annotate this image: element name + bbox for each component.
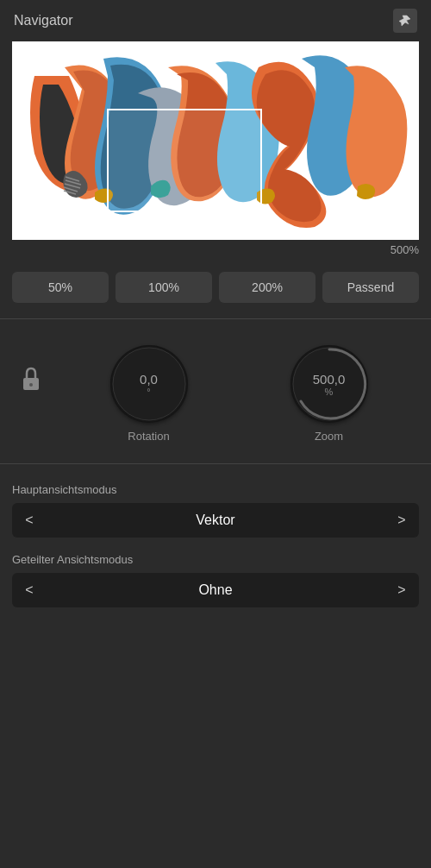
split-view-mode-section: Geteilter Ansichtsmodus < Ohne > [0,544,431,614]
main-view-mode-next-button[interactable]: > [384,503,419,538]
zoom-knob-item: 500,0 % Zoom [239,345,419,443]
rotation-unit: ° [147,387,150,397]
main-view-mode-title: Hauptansichtsmodus [12,483,419,496]
zoom-fit-button[interactable]: Passend [322,272,419,303]
panel-header: Navigator [0,0,431,41]
zoom-buttons-row: 50% 100% 200% Passend [0,265,431,310]
rotation-label: Rotation [128,430,169,443]
main-view-mode-section: Hauptansichtsmodus < Vektor > [0,473,431,544]
navigator-preview[interactable] [12,41,419,240]
artwork-preview-svg [12,41,419,240]
knob-section: 0,0 ° Rotation 500,0 % Zoom [0,328,431,455]
zoom-50-button[interactable]: 50% [12,272,109,303]
divider-2 [0,463,431,464]
main-view-mode-value: Vektor [47,513,384,528]
zoom-200-button[interactable]: 200% [219,272,315,303]
zoom-100-button[interactable]: 100% [116,272,212,303]
zoom-knob-label: Zoom [315,430,343,443]
split-view-mode-control: < Ohne > [12,573,419,607]
split-view-mode-title: Geteilter Ansichtsmodus [12,553,419,566]
rotation-value: 0,0 [140,372,158,387]
zoom-knob[interactable]: 500,0 % [290,345,368,423]
lock-icon [21,366,41,397]
pin-icon [398,14,412,28]
divider-1 [0,318,431,319]
zoom-percentage: 500% [0,240,431,265]
zoom-knob-unit: % [325,387,334,397]
main-view-mode-prev-button[interactable]: < [12,503,47,538]
panel-title: Navigator [14,13,72,28]
zoom-knob-value: 500,0 [313,372,346,387]
main-view-mode-control: < Vektor > [12,503,419,538]
split-view-mode-value: Ohne [47,582,384,598]
lock-icon-wrapper [12,366,50,397]
rotation-knob-item: 0,0 ° Rotation [59,345,239,443]
rotation-knob[interactable]: 0,0 ° [110,345,188,423]
split-view-mode-next-button[interactable]: > [384,573,419,607]
svg-point-7 [29,383,33,387]
split-view-mode-prev-button[interactable]: < [12,573,47,607]
pin-button[interactable] [393,9,417,33]
